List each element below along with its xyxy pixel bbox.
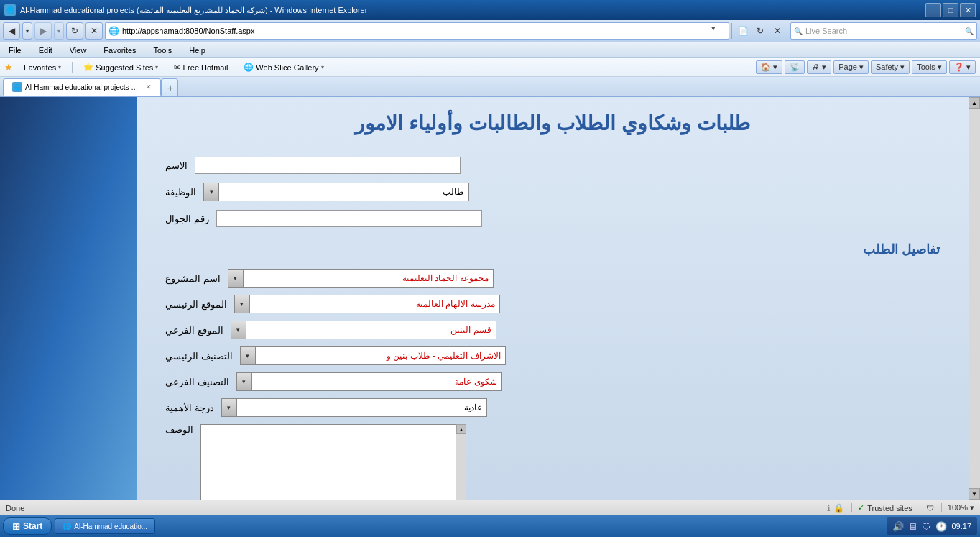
menu-edit[interactable]: Edit [36, 45, 55, 55]
favorites-button[interactable]: Favorites ▾ [19, 62, 66, 73]
scroll-up-button[interactable]: ▲ [969, 97, 980, 109]
project-select[interactable]: مجموعة الحماد التعليمية [228, 269, 494, 288]
maximize-button[interactable]: □ [943, 3, 958, 17]
shield-icon: 🛡 [926, 504, 934, 512]
priority-select[interactable]: عادية [221, 398, 487, 417]
stop-button[interactable]: ✕ [85, 22, 103, 40]
start-button[interactable]: ⊞ Start [3, 518, 52, 535]
description-scrollbar[interactable]: ▲ ▼ [456, 424, 466, 500]
sidebar [0, 97, 137, 500]
description-label: الوصف [165, 424, 193, 500]
systray-time: 09:17 [951, 522, 971, 530]
systray-network-icon: 🖥 [908, 521, 917, 532]
favorites-arrow-icon: ▾ [58, 64, 61, 70]
titlebar: 🌐 Al-Hammad educational projects (شركة ا… [0, 0, 980, 20]
sub-classify-select[interactable]: شكوى عامة [236, 372, 502, 391]
suggested-sites-label: Suggested Sites [96, 63, 153, 72]
job-dropdown-container: طالب ▾ [203, 183, 469, 201]
systray-clock-icon: 🕐 [935, 521, 947, 532]
tools-menu[interactable]: Tools ▾ [912, 60, 947, 74]
priority-dropdown-container: عادية ▾ [221, 398, 487, 417]
reload-icon[interactable]: ↻ [752, 23, 768, 39]
suggested-sites-arrow: ▾ [155, 64, 158, 70]
menu-help[interactable]: Help [186, 45, 208, 55]
phone-row: رقم الجوال [165, 210, 940, 227]
sub-site-label: الموقع الفرعي [165, 325, 223, 336]
compat-icon[interactable]: 📄 [735, 23, 751, 39]
main-classify-select[interactable]: الاشراف التعليمي - طلاب بنين و [240, 346, 506, 365]
job-label: الوظيفة [165, 187, 196, 198]
page-content: طلبات وشكاوي الطلاب والطالبات وأولياء ال… [137, 97, 969, 500]
hotmail-label: Free Hotmail [182, 63, 228, 72]
page-inner: طلبات وشكاوي الطلاب والطالبات وأولياء ال… [137, 97, 969, 500]
menu-favorites[interactable]: Favorites [101, 45, 139, 55]
web-slice-button[interactable]: 🌐 Web Slice Gallery ▾ [239, 61, 328, 73]
name-label: الاسم [165, 160, 188, 171]
address-toolbar: ◀ ▾ ▶ ▾ ↻ ✕ 🌐 http://appshamad:8080/NonS… [0, 20, 980, 42]
status-zone: ✓ Trusted sites [851, 503, 912, 512]
status-lock-icon: 🔒 [833, 503, 844, 513]
stop-icon[interactable]: ✕ [769, 23, 785, 39]
start-label: Start [23, 521, 42, 531]
back-dropdown[interactable]: ▾ [22, 22, 32, 40]
phone-input[interactable] [216, 210, 482, 227]
web-slice-icon: 🌐 [244, 63, 254, 72]
hotmail-icon: ✉ [174, 63, 180, 72]
sub-site-select[interactable]: قسم البنين [231, 321, 496, 339]
hotmail-button[interactable]: ✉ Free Hotmail [169, 61, 233, 73]
menu-tools[interactable]: Tools [151, 45, 175, 55]
tab-title-0: Al-Hammad educational projects (شركة الح… [25, 83, 140, 91]
window-title: Al-Hammad educational projects (شركة الح… [20, 6, 367, 15]
status-icons: ℹ 🔒 [827, 503, 844, 513]
taskbar: ⊞ Start 🌐 Al-Hammad educatio... 🔊 🖥 🛡 🕐 … [0, 515, 980, 537]
page-title: طلبات وشكاوي الطلاب والطالبات وأولياء ال… [165, 111, 940, 135]
forward-dropdown[interactable]: ▾ [54, 22, 64, 40]
address-dropdown[interactable]: ▾ [711, 24, 726, 38]
close-button[interactable]: ✕ [960, 3, 976, 17]
suggested-sites-button[interactable]: ⭐ Suggested Sites ▾ [78, 61, 163, 73]
menu-view[interactable]: View [67, 45, 90, 55]
search-submit[interactable]: 🔍 [965, 27, 974, 35]
priority-label: درجة الأهمية [165, 402, 214, 413]
project-label: اسم المشروع [165, 273, 221, 284]
search-box[interactable]: 🔍 Live Search 🔍 [790, 22, 977, 40]
zone-label: Trusted sites [867, 504, 912, 512]
content-area: طلبات وشكاوي الطلاب والطالبات وأولياء ال… [0, 97, 980, 500]
taskbar-window-label: Al-Hammad educatio... [74, 523, 147, 530]
page-menu[interactable]: Page ▾ [833, 60, 869, 74]
address-bar[interactable]: 🌐 http://appshamad:8080/NonStaff.aspx ▾ [105, 22, 729, 40]
home-button[interactable]: 🏠 ▾ [756, 60, 782, 74]
main-classify-label: التصنيف الرئيسي [165, 351, 233, 362]
tab-new[interactable]: + [161, 78, 178, 96]
sub-site-dropdown-container: قسم البنين ▾ [231, 321, 496, 339]
job-select[interactable]: طالب [203, 183, 469, 201]
refresh-button[interactable]: ↻ [66, 22, 83, 40]
description-textarea[interactable] [200, 424, 466, 500]
name-input[interactable] [195, 157, 461, 174]
main-site-select[interactable]: مدرسة الالهام العالمية [234, 295, 500, 313]
minimize-button[interactable]: _ [925, 3, 941, 17]
menu-file[interactable]: File [6, 45, 24, 55]
print-button[interactable]: 🖨 ▾ [807, 60, 831, 74]
scroll-up-button[interactable]: ▲ [456, 424, 466, 434]
main-classify-row: الاشراف التعليمي - طلاب بنين و ▾ التصنيف… [165, 346, 940, 365]
scroll-track [456, 434, 466, 500]
tab-0[interactable]: 🌐 Al-Hammad educational projects (شركة ا… [3, 78, 161, 96]
scroll-down-button[interactable]: ▼ [969, 488, 980, 500]
page-scrollbar[interactable]: ▲ ▼ [969, 97, 980, 500]
zoom-level[interactable]: 100% ▾ [941, 503, 974, 512]
toolbar-icons: 📄 ↻ ✕ [731, 23, 788, 39]
status-info-icon: ℹ [827, 503, 831, 513]
help-button[interactable]: ❓ ▾ [949, 60, 976, 74]
taskbar-window-button[interactable]: 🌐 Al-Hammad educatio... [55, 518, 155, 534]
rss-button[interactable]: 📡 [785, 60, 805, 74]
description-wrapper: ▲ ▼ [200, 424, 466, 500]
status-text: Done [6, 504, 820, 512]
tab-close-0[interactable]: ✕ [146, 83, 152, 91]
back-button[interactable]: ◀ [3, 22, 20, 40]
scroll-track [969, 109, 980, 488]
forward-button[interactable]: ▶ [34, 22, 52, 40]
safety-menu[interactable]: Safety ▾ [871, 60, 910, 74]
project-row: مجموعة الحماد التعليمية ▾ اسم المشروع [165, 269, 940, 288]
ie-icon: 🌐 [4, 4, 16, 16]
